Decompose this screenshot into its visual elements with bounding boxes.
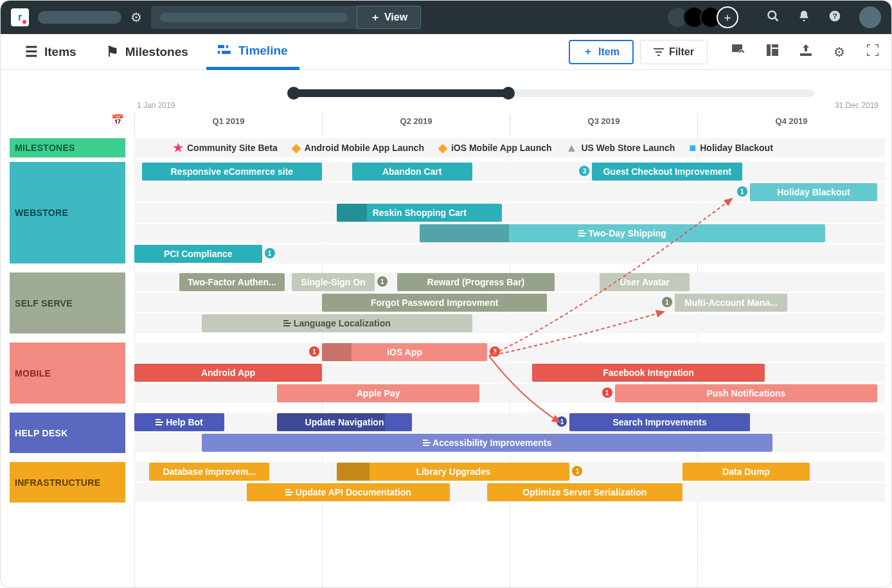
gear-icon[interactable]: ⚙ xyxy=(130,10,142,25)
add-item-button[interactable]: ＋ Item xyxy=(569,40,634,64)
dependency-badge[interactable]: 1 xyxy=(572,466,582,476)
svg-text:?: ? xyxy=(832,12,837,20)
quarter-header: Q1 2019 Q2 2019 Q3 2019 Q4 2019 xyxy=(134,114,885,132)
timeline-bar[interactable]: Holiday Blackout xyxy=(750,183,878,201)
dependency-badge[interactable]: 1 xyxy=(602,388,612,398)
timeline-bar[interactable]: Help Bot xyxy=(134,413,224,431)
dependency-badge[interactable]: 3 xyxy=(490,346,500,357)
view-tabs-bar: ☰Items ⚑Milestones Timeline ＋ Item Filte… xyxy=(1,34,891,70)
tab-items[interactable]: ☰Items xyxy=(13,34,88,70)
timeline-bar[interactable]: Responsive eCommerce site xyxy=(142,163,322,181)
settings-icon[interactable]: ⚙ xyxy=(834,44,845,60)
swimlane-label[interactable]: HELP DESK xyxy=(10,413,125,453)
timeline-bar[interactable]: Update Navigation xyxy=(277,413,412,431)
swimlane-label[interactable]: WEBSTORE xyxy=(10,162,125,263)
milestone-label: US Web Store Launch xyxy=(581,143,675,153)
timeline-bar[interactable]: Push Notifications xyxy=(615,384,878,402)
tab-timeline[interactable]: Timeline xyxy=(206,34,299,70)
timeline-bar[interactable]: Search Improvements xyxy=(569,413,749,431)
swimlane-label[interactable]: SELF SERVE xyxy=(10,272,125,334)
milestone-label: Holiday Blackout xyxy=(700,143,773,153)
svg-rect-6 xyxy=(218,51,220,54)
calendar-settings-icon[interactable]: 📅 xyxy=(111,114,124,126)
svg-point-0 xyxy=(769,11,776,19)
svg-rect-16 xyxy=(800,53,812,56)
help-icon[interactable]: ? xyxy=(828,10,841,26)
timeline-bar[interactable]: Reskin Shopping Cart xyxy=(337,204,502,222)
date-range-slider[interactable] xyxy=(290,89,814,97)
timeline-bar[interactable]: Facebook Integration xyxy=(532,364,765,382)
export-icon[interactable] xyxy=(800,44,812,60)
milestone-label: Community Site Beta xyxy=(187,143,278,153)
timeline-bar[interactable]: Language Localization xyxy=(202,314,472,332)
svg-rect-4 xyxy=(218,45,224,48)
dependency-badge[interactable]: 1 xyxy=(265,248,275,258)
timeline-row: Holiday Blackout1 xyxy=(134,183,885,202)
svg-rect-14 xyxy=(772,44,778,48)
view-button[interactable]: ＋ View xyxy=(357,6,421,29)
link-icon[interactable] xyxy=(732,44,745,60)
milestone-item[interactable]: ◆iOS Mobile App Launch xyxy=(438,141,552,155)
tab-milestones[interactable]: ⚑Milestones xyxy=(94,34,200,70)
timeline-row: Language Localization xyxy=(134,314,885,333)
search-input[interactable] xyxy=(160,13,348,22)
milestone-item[interactable]: ★Community Site Beta xyxy=(173,141,278,155)
fullscreen-icon[interactable] xyxy=(867,44,879,60)
milestone-icon: ▲ xyxy=(566,141,578,155)
timeline-bar[interactable]: Abandon Cart xyxy=(352,163,472,181)
timeline-bar[interactable]: User Avatar xyxy=(600,273,690,291)
timeline-bar[interactable]: Android App xyxy=(134,364,322,382)
timeline-bar[interactable]: Apple Pay xyxy=(277,384,479,402)
app-logo[interactable]: r xyxy=(11,8,29,26)
timeline-bar[interactable]: Data Dump xyxy=(682,463,810,481)
timeline-bar[interactable]: Guest Checkout Improvement xyxy=(592,163,742,181)
feed-icon xyxy=(283,320,291,326)
dependency-badge[interactable]: 1 xyxy=(662,297,672,307)
timeline-bar[interactable]: Optimize Server Serialization xyxy=(487,483,682,501)
workspace-name[interactable] xyxy=(38,11,121,24)
timeline-bar[interactable]: Library Upgrades xyxy=(337,463,569,481)
dependency-badge[interactable]: 1 xyxy=(737,186,747,197)
milestone-icon: ◆ xyxy=(292,141,301,155)
timeline-bar[interactable]: Two-Day Shipping xyxy=(420,224,825,242)
bell-icon[interactable] xyxy=(798,10,810,26)
top-bar: r ⚙ ＋ View ＋ ? xyxy=(1,1,891,34)
timeline-bar[interactable]: PCI Compliance xyxy=(134,245,262,263)
range-start-label: 1 Jan 2019 xyxy=(137,101,175,110)
quarter-label: Q4 2019 xyxy=(697,114,885,132)
filter-button[interactable]: Filter xyxy=(640,40,708,64)
timeline-bar[interactable]: iOS App xyxy=(322,343,487,361)
timeline-row: Reskin Shopping Cart xyxy=(134,203,885,222)
milestone-item[interactable]: ■Holiday Blackout xyxy=(689,141,772,155)
range-handle-start[interactable] xyxy=(287,87,300,100)
milestone-item[interactable]: ◆Android Mobile App Launch xyxy=(292,141,424,155)
timeline-row: Forgot Password ImprovmentMulti-Account … xyxy=(134,293,885,312)
timeline-row: Two-Factor Authen...Single-Sign On1Rewar… xyxy=(134,272,885,292)
timeline-bar[interactable]: Database Improvem... xyxy=(149,463,269,481)
timeline-bar[interactable]: Single-Sign On xyxy=(292,273,374,291)
timeline-bar[interactable]: Accessibility Improvements xyxy=(202,434,772,452)
timeline-row: Update API DocumentationOptimize Server … xyxy=(134,483,885,502)
swimlane-label[interactable]: MOBILE xyxy=(10,343,125,404)
timeline-bar[interactable]: Two-Factor Authen... xyxy=(179,273,285,291)
dependency-badge[interactable]: 1 xyxy=(377,276,388,287)
swimlane-label[interactable]: INFRASTRUCTURE xyxy=(10,462,125,503)
quarter-label: Q3 2019 xyxy=(510,114,697,132)
milestone-label: Android Mobile App Launch xyxy=(305,143,424,153)
milestone-item[interactable]: ▲US Web Store Launch xyxy=(566,141,675,155)
timeline-bar[interactable]: Update API Documentation xyxy=(247,483,449,501)
dependency-badge[interactable]: 1 xyxy=(309,346,319,357)
timeline-bar[interactable]: Reward (Progress Bar) xyxy=(397,273,555,291)
user-avatar[interactable] xyxy=(859,6,881,28)
add-collaborator-button[interactable]: ＋ xyxy=(717,6,738,28)
dependency-badge[interactable]: 3 xyxy=(579,166,589,176)
search-icon[interactable] xyxy=(767,10,780,26)
search-container: ＋ View xyxy=(151,6,421,29)
range-handle-end[interactable] xyxy=(502,87,515,100)
timeline-bar[interactable]: Forgot Password Improvment xyxy=(322,294,547,312)
svg-line-1 xyxy=(775,17,778,21)
timeline-bar[interactable]: Multi-Account Mana... xyxy=(675,294,787,312)
milestones-row: ★Community Site Beta◆Android Mobile App … xyxy=(134,138,885,157)
dependency-badge[interactable]: 1 xyxy=(557,416,567,427)
layout-icon[interactable] xyxy=(767,44,778,60)
